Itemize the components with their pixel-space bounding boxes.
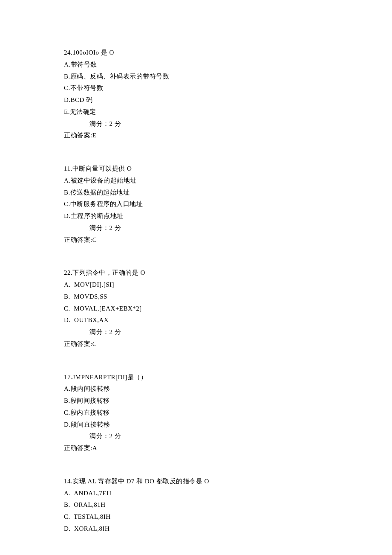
option-b: B. MOVDS,SS xyxy=(64,291,392,303)
answer-line: 正确答案:C xyxy=(64,234,392,246)
option-a: A.段内间接转移 xyxy=(64,383,392,395)
question-stem: 11.中断向量可以提供 O xyxy=(64,163,392,175)
option-c: C.中断服务程序的入口地址 xyxy=(64,198,392,210)
option-d: D.BCD 码 xyxy=(64,94,392,106)
option-c: C.段内直接转移 xyxy=(64,407,392,419)
score-line: 满分：2 分 xyxy=(64,222,392,234)
option-b: B.原码、反码、补码表示的带符号数 xyxy=(64,71,392,83)
option-d: D.段间直接转移 xyxy=(64,419,392,431)
score-line: 满分：2 分 xyxy=(64,118,392,130)
option-d: D. XORAL,8IH xyxy=(64,523,392,535)
option-d: D. OUTBX,AX xyxy=(64,314,392,326)
answer-line: 正确答案:E xyxy=(64,130,392,142)
question-24: 24.100oIOIo 是 O A.带符号数 B.原码、反码、补码表示的带符号数… xyxy=(64,47,392,142)
option-d: D.主程序的断点地址 xyxy=(64,210,392,222)
option-a: A. ANDAL,7EH xyxy=(64,488,392,500)
option-c: C.不带符号数 xyxy=(64,82,392,94)
question-stem: 24.100oIOIo 是 O xyxy=(64,47,392,59)
question-stem: 17.JMPNEARPTR[DI]是（） xyxy=(64,372,392,384)
score-line: 满分：2 分 xyxy=(64,430,392,442)
question-11: 11.中断向量可以提供 O A.被选中设备的起始地址 B.传送数据的起始地址 C… xyxy=(64,163,392,246)
score-line: 满分：2 分 xyxy=(64,326,392,338)
option-b: B.段间间接转移 xyxy=(64,395,392,407)
option-b: B. ORAL,81H xyxy=(64,499,392,511)
option-a: A.带符号数 xyxy=(64,59,392,71)
option-b: B.传送数据的起始地址 xyxy=(64,187,392,199)
question-17: 17.JMPNEARPTR[DI]是（） A.段内间接转移 B.段间间接转移 C… xyxy=(64,372,392,454)
question-stem: 14.实现 AL 寄存器中 D7 和 DO 都取反的指令是 O xyxy=(64,476,392,488)
answer-line: 正确答案:A xyxy=(64,442,392,454)
option-c: C. TESTAL,8IH xyxy=(64,511,392,523)
question-14: 14.实现 AL 寄存器中 D7 和 DO 都取反的指令是 O A. ANDAL… xyxy=(64,476,392,535)
option-c: C. MOVAL,[EAX+EBX*2] xyxy=(64,303,392,315)
question-stem: 22.下列指令中，正确的是 O xyxy=(64,267,392,279)
option-a: A.被选中设备的起始地址 xyxy=(64,175,392,187)
question-22: 22.下列指令中，正确的是 O A. MOV[DI],[SI] B. MOVDS… xyxy=(64,267,392,350)
option-a: A. MOV[DI],[SI] xyxy=(64,279,392,291)
answer-line: 正确答案:C xyxy=(64,338,392,350)
option-e: E.无法确定 xyxy=(64,106,392,118)
